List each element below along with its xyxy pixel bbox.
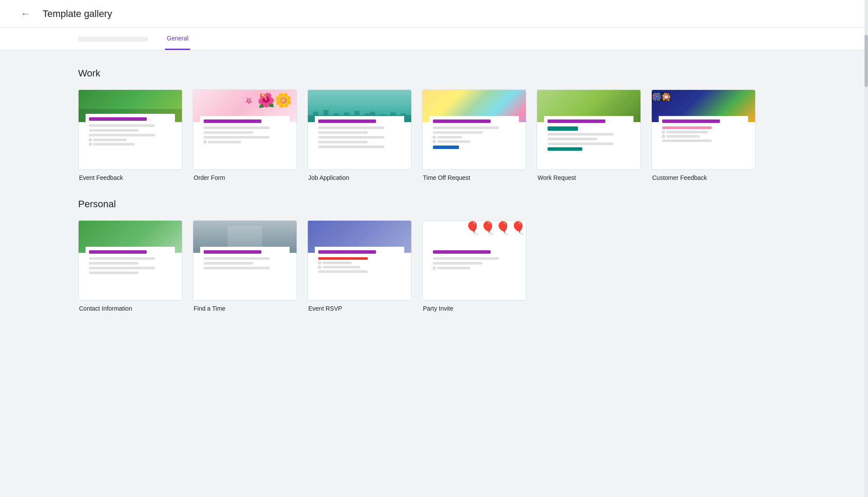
form-line	[89, 267, 155, 269]
template-card-find-time[interactable]: Find a Time	[193, 220, 297, 312]
form-section-label	[318, 257, 368, 260]
blurred-tab[interactable]	[78, 36, 148, 42]
form-line	[204, 262, 253, 265]
form-line	[204, 136, 270, 139]
form-title-bar	[89, 250, 147, 254]
form-section-label	[662, 126, 712, 129]
form-line	[433, 126, 499, 129]
form-radio-row	[662, 131, 745, 133]
scrollbar[interactable]	[865, 0, 868, 497]
template-card-job-application[interactable]: Job Application	[307, 89, 412, 181]
template-thumb-work-request	[537, 89, 641, 170]
form-line	[204, 267, 270, 269]
template-thumb-party-invite: 🎈🎈🎈🎈	[422, 220, 526, 301]
form-line	[89, 262, 139, 265]
personal-template-grid: Contact Information Find a Time	[78, 220, 790, 312]
form-radio-row	[433, 140, 515, 143]
template-thumb-time-off-request	[422, 89, 526, 170]
template-label-order-form: Order Form	[193, 174, 297, 181]
form-line	[548, 138, 597, 140]
template-card-event-rsvp[interactable]: Event RSVP	[307, 220, 412, 312]
fireworks-icon: 🎆🎇	[652, 92, 671, 102]
form-line	[323, 266, 360, 268]
form-line	[548, 142, 614, 145]
form-line	[323, 262, 352, 264]
form-radio-row	[204, 141, 286, 143]
radio-icon	[89, 139, 92, 141]
template-thumb-order-form: 🌸🌺🌼	[193, 89, 297, 170]
template-card-event-feedback[interactable]: Event Feedback	[78, 89, 182, 181]
radio-icon	[89, 143, 92, 146]
customer-feedback-form-preview	[659, 116, 748, 168]
form-line	[667, 135, 700, 138]
form-line	[548, 133, 614, 136]
event-rsvp-form-preview	[315, 247, 404, 298]
radio-icon	[662, 131, 665, 133]
form-radio-row	[433, 136, 515, 139]
radio-icon	[318, 262, 321, 264]
template-card-contact-info[interactable]: Contact Information	[78, 220, 182, 312]
form-line	[93, 143, 135, 146]
form-title-bar	[204, 119, 261, 123]
flowers-icon: 🌸🌺🌼	[240, 92, 292, 109]
form-radio-row	[433, 267, 515, 269]
template-card-work-request[interactable]: Work Request	[537, 89, 641, 181]
template-thumb-event-feedback	[78, 89, 182, 170]
radio-icon	[204, 141, 206, 143]
form-radio-row	[662, 135, 745, 138]
form-section-btn	[548, 126, 578, 131]
template-label-work-request: Work Request	[537, 174, 641, 181]
form-title-bar	[662, 119, 720, 123]
back-arrow-icon: ←	[21, 8, 30, 20]
form-line	[433, 262, 482, 265]
radio-icon	[433, 140, 436, 143]
form-line	[93, 139, 126, 141]
form-line	[433, 131, 482, 134]
template-card-time-off-request[interactable]: Time Off Request	[422, 89, 526, 181]
form-line	[89, 257, 155, 260]
form-line	[89, 129, 139, 132]
form-line	[318, 136, 384, 139]
form-line	[318, 131, 368, 134]
back-button[interactable]: ←	[17, 5, 34, 23]
party-invite-form-preview	[429, 247, 519, 298]
form-line	[437, 267, 470, 269]
template-thumb-customer-feedback: 🎆🎇	[651, 89, 756, 170]
radio-icon	[433, 267, 436, 269]
event-feedback-form-preview	[86, 114, 175, 168]
radio-icon	[433, 136, 436, 139]
tab-general[interactable]: General	[165, 28, 190, 50]
tabs-bar: General	[0, 28, 868, 50]
form-line	[89, 124, 155, 127]
form-line	[318, 146, 384, 148]
header: ← Template gallery	[0, 0, 868, 28]
form-radio-row	[89, 139, 172, 141]
template-label-time-off-request: Time Off Request	[422, 174, 526, 181]
personal-section-title: Personal	[78, 199, 790, 210]
template-label-event-rsvp: Event RSVP	[307, 305, 412, 312]
template-label-customer-feedback: Customer Feedback	[651, 174, 756, 181]
template-thumb-job-application	[307, 89, 412, 170]
form-line	[318, 270, 368, 273]
form-title-bar	[548, 119, 605, 123]
main-content: Work	[0, 50, 868, 347]
form-title-bar	[318, 250, 376, 254]
template-card-customer-feedback[interactable]: 🎆🎇 Customer Feedback	[651, 89, 756, 181]
template-thumb-contact-info	[78, 220, 182, 301]
form-title-bar	[89, 117, 147, 121]
form-describe-btn	[548, 147, 582, 151]
scrollbar-thumb[interactable]	[865, 35, 868, 87]
work-request-form-preview	[544, 116, 634, 168]
work-section-title: Work	[78, 68, 790, 79]
template-label-contact-info: Contact Information	[78, 305, 182, 312]
form-line	[437, 140, 470, 143]
template-card-party-invite[interactable]: 🎈🎈🎈🎈 Party Invite	[422, 220, 526, 312]
form-line	[318, 126, 384, 129]
time-off-form-preview	[429, 116, 519, 168]
form-radio-row	[318, 262, 401, 264]
radio-icon	[318, 266, 321, 268]
template-card-order-form[interactable]: 🌸🌺🌼 Order Form	[193, 89, 297, 181]
find-time-form-preview	[200, 247, 290, 298]
form-title-bar	[204, 250, 261, 254]
template-label-find-time: Find a Time	[193, 305, 297, 312]
